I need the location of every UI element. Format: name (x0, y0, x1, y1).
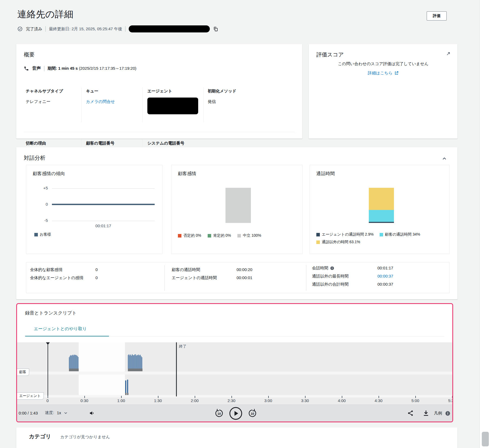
legend-swatch (380, 233, 383, 236)
waveform-bar (69, 357, 69, 369)
forward-10-button[interactable]: 10 (247, 408, 257, 418)
waveform-bar (76, 355, 77, 369)
stat-value: 0 (95, 275, 98, 280)
waveform-bar (75, 355, 75, 369)
copy-icon[interactable] (213, 26, 218, 32)
waveform-bar (75, 355, 76, 369)
legend-swatch (316, 233, 320, 236)
tab-agent-interaction[interactable]: エージェントとのやり取り (34, 326, 87, 332)
waveform-bar (125, 380, 126, 393)
download-icon[interactable] (423, 410, 429, 416)
expand-icon[interactable] (445, 52, 450, 57)
tick-label: 5:00 (411, 398, 419, 403)
chevron-up-icon[interactable] (442, 156, 447, 161)
waveform-bar (127, 380, 128, 393)
divider (25, 336, 444, 337)
track-label-agent: エージェント (17, 392, 44, 400)
field-agent: エージェント (147, 89, 198, 115)
queue-link[interactable]: カメラの問合せ (86, 99, 115, 104)
waveform-bar (135, 354, 136, 369)
evaluation-message: この問い合わせのスコア評価は完了していません (309, 61, 457, 66)
stat-label: 全体的なエージェントの感情 (30, 275, 83, 280)
last-updated: 最終更新日: 2月 15, 2025, 05:25:47 午後 (49, 26, 122, 32)
waveform-bar (128, 355, 128, 369)
tick-mark (121, 396, 122, 398)
x-tick: 00:01:17 (52, 223, 155, 228)
waveform-bar (78, 357, 78, 369)
tick-label: 0:30 (80, 398, 88, 403)
waveform-bar (130, 355, 131, 369)
legend-swatch (208, 234, 211, 238)
y-tick: +5 (37, 186, 48, 190)
divider (44, 66, 44, 71)
legend-swatch (34, 233, 38, 236)
recording-transcript-section: 録音とトランスクリプト エージェントとのやり取り 終了 顧客 エージェント 00… (16, 303, 453, 422)
share-icon[interactable] (407, 410, 414, 416)
category-card: カテゴリ カテゴリが見つかりません (16, 427, 457, 448)
play-button[interactable] (229, 407, 243, 420)
waveform-bar (132, 354, 132, 369)
waveform-bar (134, 355, 135, 369)
tick-label: 3:00 (264, 398, 272, 403)
redacted-agent-name (147, 98, 198, 114)
scrollbar-track (479, 0, 491, 448)
tick-label: 2:30 (227, 398, 235, 403)
evaluate-button[interactable]: 評価 (427, 11, 447, 21)
legend-swatch (316, 240, 320, 244)
waveform-bar (74, 355, 74, 369)
audio-timeline[interactable]: 終了 顧客 エージェント 00:301:001:302:002:303:003:… (17, 342, 452, 404)
tick-label: 3:30 (301, 398, 309, 403)
longest-non-talk-link[interactable]: 00:00:37 (377, 274, 393, 278)
tick-label: 4:00 (338, 398, 346, 403)
tick-mark (342, 396, 342, 398)
chart-title: 顧客感情 (178, 170, 196, 177)
volume-button[interactable] (89, 410, 95, 416)
waveform-bar (71, 356, 72, 369)
agent-waveform (17, 375, 452, 393)
waveform-bar (134, 355, 134, 369)
playhead-line[interactable] (48, 342, 48, 396)
legend-info-icon[interactable] (445, 411, 450, 416)
waveform-bar (130, 355, 130, 369)
scrollbar-thumb[interactable] (482, 432, 489, 446)
recording-title: 録音とトランスクリプト (25, 310, 77, 316)
field-init-method: 初期化メソッド 発信 (208, 89, 236, 104)
analysis-card: 対話分析 顧客感情の傾向 +5 0 -5 00:01:17 お客様 顧客感情 否… (16, 147, 457, 299)
stat-label: 通話以外の最長時間 (312, 274, 349, 279)
analysis-stats-box: 全体的な顧客感情 0 全体的なエージェントの感情 0 顧客の通話時間 00:00… (26, 262, 450, 293)
waveform-bar (138, 355, 138, 369)
track-label-customer: 顧客 (17, 369, 29, 376)
customer-waveform (17, 342, 452, 369)
external-link-icon (394, 71, 399, 75)
speed-dropdown[interactable]: 速度: 1x (45, 410, 68, 415)
divider (306, 265, 306, 291)
track-separator (17, 395, 452, 397)
tick-label: 1:30 (154, 398, 162, 403)
stacked-segment (369, 222, 394, 223)
info-icon[interactable] (330, 266, 334, 270)
tick-label: 2:00 (191, 398, 198, 403)
sentiment-legend: 否定的 0% 肯定的 0% 中立 100% (178, 233, 261, 238)
waveform-bar (77, 356, 78, 369)
stat-value: 0 (95, 267, 98, 272)
evaluation-score-card: 評価スコア この問い合わせのスコア評価は完了していません 詳細はこちら (309, 44, 457, 139)
end-marker-line (176, 342, 177, 396)
divider (125, 26, 125, 32)
details-link[interactable]: 詳細はこちら (368, 71, 392, 76)
agent-talk-segments (17, 393, 452, 395)
duration-label: 期間: 1 min 45 s (48, 66, 78, 71)
talk-time-legend-row2: 通話以外の時間 63.1% (316, 240, 360, 245)
chevron-down-icon (64, 411, 68, 415)
rewind-10-button[interactable]: 10 (214, 408, 224, 418)
tick-mark (231, 396, 232, 398)
talk-time-legend-row1: エージェントの通話時間 2.9% 顧客の通話時間 34% (316, 232, 420, 237)
y-tick: 0 (37, 202, 48, 206)
waveform-bar (137, 355, 137, 369)
waveform-bar (73, 355, 74, 369)
track-separator (17, 372, 452, 375)
sentiment-trend-chart: 顧客感情の傾向 +5 0 -5 00:01:17 お客様 (26, 165, 162, 254)
player-time: 0:00 / 1:43 (19, 411, 38, 415)
talk-segment (125, 393, 127, 395)
waveform-bar (71, 355, 71, 369)
tick-label: 5:30 (448, 398, 452, 403)
